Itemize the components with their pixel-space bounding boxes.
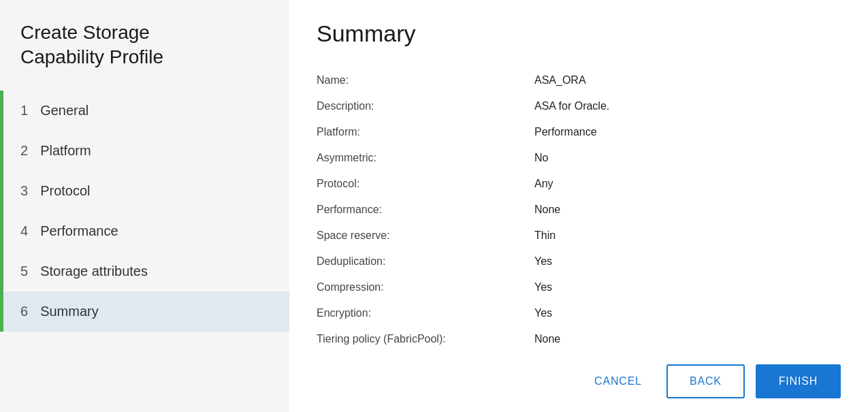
sidebar-step-general[interactable]: 1General	[0, 91, 289, 131]
sidebar-step-protocol[interactable]: 3Protocol	[0, 171, 289, 211]
sidebar-steps: 1General2Platform3Protocol4Performance5S…	[0, 91, 289, 412]
step-label: Performance	[40, 223, 118, 239]
step-number: 2	[20, 143, 28, 159]
table-row: Performance:None	[317, 197, 827, 223]
row-label: Name:	[317, 74, 534, 86]
page-title: Summary	[317, 20, 841, 47]
sidebar-step-summary[interactable]: 6Summary	[0, 291, 289, 332]
row-value: None	[534, 333, 827, 345]
main-panel: Summary Name:ASA_ORADescription:ASA for …	[289, 0, 868, 412]
table-row: Name:ASA_ORA	[317, 67, 827, 93]
table-row: Compression:Yes	[317, 274, 827, 300]
table-row: Protocol:Any	[317, 171, 827, 197]
sidebar-step-platform[interactable]: 2Platform	[0, 131, 289, 171]
step-number: 5	[20, 264, 28, 279]
finish-button[interactable]: FINISH	[756, 364, 841, 398]
step-indicator	[0, 131, 3, 171]
row-label: Encryption:	[317, 307, 534, 319]
cancel-button[interactable]: CANCEL	[581, 366, 656, 397]
back-button[interactable]: BACK	[666, 364, 745, 398]
step-indicator	[0, 91, 3, 131]
row-value: Performance	[534, 126, 827, 138]
step-number: 1	[20, 103, 28, 118]
row-label: Space reserve:	[317, 229, 534, 242]
row-label: Platform:	[317, 126, 534, 138]
row-label: Tiering policy (FabricPool):	[317, 333, 534, 345]
summary-area: Name:ASA_ORADescription:ASA for Oracle.P…	[317, 67, 841, 351]
sidebar: Create StorageCapability Profile 1Genera…	[0, 0, 289, 412]
row-value: Yes	[534, 255, 827, 268]
row-value: Thin	[534, 229, 827, 242]
sidebar-step-performance[interactable]: 4Performance	[0, 211, 289, 251]
sidebar-title: Create StorageCapability Profile	[0, 20, 289, 91]
step-number: 4	[20, 223, 28, 239]
table-row: Description:ASA for Oracle.	[317, 93, 827, 119]
row-label: Deduplication:	[317, 255, 534, 268]
step-indicator	[0, 291, 3, 332]
row-value: Yes	[534, 281, 827, 294]
step-number: 6	[20, 304, 28, 319]
row-value: ASA for Oracle.	[534, 100, 827, 112]
row-value: None	[534, 204, 827, 216]
main-content: Summary Name:ASA_ORADescription:ASA for …	[289, 0, 868, 351]
table-row: Space reserve:Thin	[317, 223, 827, 249]
step-label: Summary	[40, 304, 99, 319]
step-label: General	[40, 103, 89, 118]
table-row: Deduplication:Yes	[317, 249, 827, 274]
sidebar-step-storage-attributes[interactable]: 5Storage attributes	[0, 251, 289, 291]
step-number: 3	[20, 183, 28, 199]
step-label: Protocol	[40, 183, 90, 199]
table-row: Asymmetric:No	[317, 145, 827, 171]
table-row: Tiering policy (FabricPool):None	[317, 326, 827, 351]
step-indicator	[0, 251, 3, 291]
row-value: Yes	[534, 307, 827, 319]
row-label: Performance:	[317, 204, 534, 216]
step-label: Platform	[40, 143, 91, 159]
row-value: No	[534, 152, 827, 164]
summary-table: Name:ASA_ORADescription:ASA for Oracle.P…	[317, 67, 827, 351]
table-row: Platform:Performance	[317, 119, 827, 145]
row-label: Description:	[317, 100, 534, 112]
footer-actions: CANCEL BACK FINISH	[289, 351, 868, 412]
step-indicator	[0, 171, 3, 211]
row-value: ASA_ORA	[534, 74, 827, 86]
row-value: Any	[534, 178, 827, 190]
row-label: Protocol:	[317, 178, 534, 190]
step-label: Storage attributes	[40, 264, 148, 279]
table-row: Encryption:Yes	[317, 300, 827, 326]
step-indicator	[0, 211, 3, 251]
row-label: Asymmetric:	[317, 152, 534, 164]
row-label: Compression:	[317, 281, 534, 294]
